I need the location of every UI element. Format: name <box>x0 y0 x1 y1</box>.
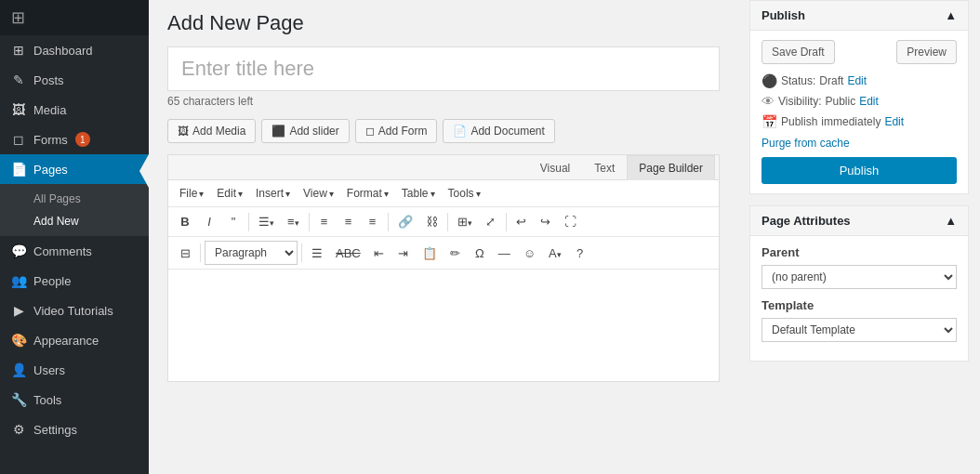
comments-icon: 💬 <box>11 244 26 258</box>
add-media-icon: 🖼 <box>178 125 189 138</box>
visibility-edit-link[interactable]: Edit <box>859 95 879 108</box>
media-buttons-bar: 🖼 Add Media ⬛ Add slider ◻ Add Form 📄 Ad… <box>167 119 720 143</box>
sidebar-item-dashboard[interactable]: ⊞ Dashboard <box>0 35 149 65</box>
page-attributes-body: Parent (no parent) Template Default Temp… <box>750 236 968 361</box>
italic-button[interactable]: I <box>198 211 220 232</box>
ordered-list-button[interactable]: ≡▾ <box>282 211 305 232</box>
sidebar-item-posts[interactable]: ✎ Posts <box>0 65 149 95</box>
tab-visual[interactable]: Visual <box>528 155 582 180</box>
template-select[interactable]: Default Template <box>761 318 957 342</box>
strikethrough-button[interactable]: ABC <box>330 243 366 264</box>
align-right-button[interactable]: ≡ <box>362 211 384 232</box>
indent-left-button[interactable]: ⇤ <box>368 243 391 264</box>
status-edit-link[interactable]: Edit <box>847 74 867 87</box>
sep1 <box>248 213 249 231</box>
fullscreen-button[interactable]: ⤢ <box>480 211 502 232</box>
sidebar-item-comments[interactable]: 💬 Comments <box>0 236 149 266</box>
attributes-collapse-icon[interactable]: ▲ <box>945 214 957 228</box>
sidebar-item-label: People <box>33 274 71 288</box>
publish-collapse-icon[interactable]: ▲ <box>945 8 957 22</box>
char-count: 65 characters left <box>167 95 720 108</box>
clear-format-button[interactable]: ✏ <box>444 243 467 264</box>
rows-button[interactable]: ⊟ <box>174 243 196 264</box>
add-media-button[interactable]: 🖼 Add Media <box>167 119 256 143</box>
preview-button[interactable]: Preview <box>896 40 957 64</box>
menu-tools[interactable]: Tools ▾ <box>443 184 486 203</box>
redo-button[interactable]: ↪ <box>535 211 557 232</box>
menu-edit[interactable]: Edit ▾ <box>211 184 248 203</box>
sep6 <box>200 244 201 262</box>
link-button[interactable]: 🔗 <box>392 211 418 232</box>
format-toolbar-1: B I " ☰▾ ≡▾ ≡ ≡ ≡ 🔗 ⛓ ⊞▾ ⤢ ↩ ↪ ⛶ <box>168 207 719 237</box>
sidebar-item-pages[interactable]: 📄 Pages <box>0 154 149 184</box>
blockquote-button[interactable]: " <box>222 211 245 232</box>
page-title-input[interactable] <box>167 46 720 91</box>
special-char-button[interactable]: Ω <box>469 243 491 264</box>
sidebar-sub-all-pages[interactable]: All Pages <box>0 188 149 210</box>
status-row: ⚫ Status: Draft Edit <box>761 73 957 88</box>
paste-word-button[interactable]: 📋 <box>417 243 443 264</box>
expand-button[interactable]: ⛶ <box>559 211 582 232</box>
publish-button[interactable]: Publish <box>761 157 957 184</box>
publish-time-row: 📅 Publish immediately Edit <box>761 114 957 129</box>
publish-box-header: Publish ▲ <box>750 1 968 31</box>
sidebar-item-forms[interactable]: ◻ Forms 1 <box>0 125 149 154</box>
format-toolbar-2: ⊟ Paragraph ☰ ABC ⇤ ⇥ 📋 ✏ Ω — ☺ A▾ ? <box>168 237 719 270</box>
users-icon: 👤 <box>11 362 26 377</box>
unlink-button[interactable]: ⛓ <box>420 211 444 232</box>
add-slider-button[interactable]: ⬛ Add slider <box>261 119 349 143</box>
table-button[interactable]: ⊞▾ <box>452 211 478 232</box>
settings-icon: ⚙ <box>11 422 26 437</box>
tab-page-builder[interactable]: Page Builder <box>627 155 715 180</box>
sidebar-item-people[interactable]: 👥 People <box>0 266 149 296</box>
sidebar-item-label: Forms <box>33 133 68 147</box>
sidebar-item-media[interactable]: 🖼 Media <box>0 95 149 125</box>
sidebar-item-label: Settings <box>33 423 77 437</box>
sidebar-item-video-tutorials[interactable]: ▶ Video Tutorials <box>0 296 149 325</box>
tab-text[interactable]: Text <box>582 155 627 180</box>
format-chevron-icon: ▾ <box>384 189 389 199</box>
sidebar-item-label: Video Tutorials <box>33 304 113 318</box>
sidebar-item-label: Comments <box>33 244 92 258</box>
publish-time-edit-link[interactable]: Edit <box>884 115 904 128</box>
page-attributes-title: Page Attributes <box>761 214 851 228</box>
undo-button[interactable]: ↩ <box>510 211 533 232</box>
align-center-button[interactable]: ≡ <box>338 211 360 232</box>
sidebar-item-users[interactable]: 👤 Users <box>0 355 149 385</box>
table-chevron-icon: ▾ <box>430 189 435 199</box>
add-document-icon: 📄 <box>453 125 467 138</box>
publish-box: Publish ▲ Save Draft Preview ⚫ Status: D… <box>749 0 969 194</box>
align-left-button[interactable]: ≡ <box>313 211 336 232</box>
list-button2[interactable]: ☰ <box>306 243 328 264</box>
sidebar-item-label: Pages <box>33 163 68 177</box>
status-icon: ⚫ <box>761 73 777 88</box>
editor-body[interactable] <box>168 270 719 381</box>
paragraph-select[interactable]: Paragraph <box>205 241 298 265</box>
forms-badge: 1 <box>75 132 90 147</box>
add-document-button[interactable]: 📄 Add Document <box>443 119 554 143</box>
save-draft-button[interactable]: Save Draft <box>761 40 835 64</box>
unordered-list-button[interactable]: ☰▾ <box>253 211 280 232</box>
add-form-button[interactable]: ◻ Add Form <box>355 119 438 143</box>
sidebar-item-label: Media <box>33 103 66 117</box>
parent-select[interactable]: (no parent) <box>761 265 957 289</box>
hr-button[interactable]: — <box>493 243 516 264</box>
sidebar-sub-add-new[interactable]: Add New <box>0 210 149 232</box>
people-icon: 👥 <box>11 273 26 288</box>
emoji-button[interactable]: ☺ <box>518 243 541 264</box>
font-color-button[interactable]: A▾ <box>543 243 567 264</box>
sidebar-item-settings[interactable]: ⚙ Settings <box>0 415 149 444</box>
sidebar-item-tools[interactable]: 🔧 Tools <box>0 385 149 415</box>
menu-insert[interactable]: Insert ▾ <box>250 184 296 203</box>
menu-table[interactable]: Table ▾ <box>396 184 441 203</box>
publish-box-body: Save Draft Preview ⚫ Status: Draft Edit … <box>750 31 968 193</box>
sidebar-item-appearance[interactable]: 🎨 Appearance <box>0 325 149 355</box>
help-button[interactable]: ? <box>569 243 591 264</box>
purge-cache-link[interactable]: Purge from cache <box>761 137 957 150</box>
menu-view[interactable]: View ▾ <box>298 184 339 203</box>
bold-button[interactable]: B <box>174 211 196 232</box>
menu-format[interactable]: Format ▾ <box>341 184 394 203</box>
indent-right-button[interactable]: ⇥ <box>392 243 415 264</box>
appearance-icon: 🎨 <box>11 333 26 348</box>
menu-file[interactable]: File ▾ <box>174 184 209 203</box>
